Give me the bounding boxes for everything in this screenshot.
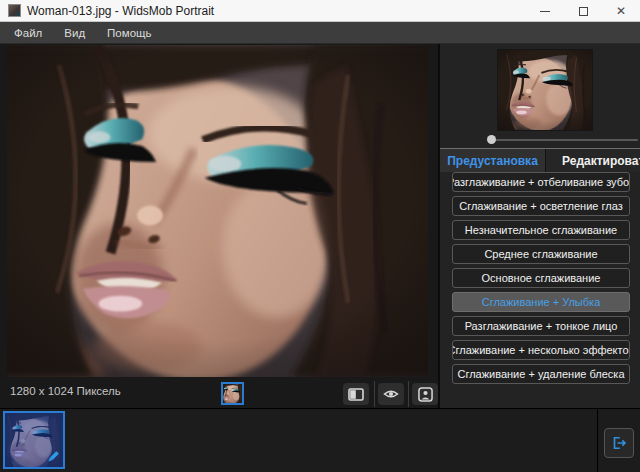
portrait-thumb-image bbox=[498, 50, 592, 130]
preset-smoothing-thin-face[interactable]: Разглаживание + тонкое лицо bbox=[452, 316, 630, 336]
active-photo-badge[interactable] bbox=[221, 382, 244, 405]
preset-list: Разглаживание + отбеливание зубов Сглажи… bbox=[452, 172, 630, 388]
maximize-icon bbox=[579, 7, 588, 16]
minimize-icon bbox=[540, 11, 550, 12]
portrait-mode-icon bbox=[418, 387, 433, 402]
split-view-button[interactable] bbox=[343, 383, 369, 405]
titlebar: Woman-013.jpg - WidsMob Portrait ✕ bbox=[0, 0, 640, 22]
zoom-slider[interactable] bbox=[440, 134, 640, 146]
toolbar-divider bbox=[408, 381, 409, 407]
menu-help[interactable]: Помощь bbox=[96, 22, 162, 44]
portrait-detect-button[interactable] bbox=[412, 383, 438, 405]
photo-area: 1280 x 1024 Пиксель bbox=[0, 44, 438, 408]
preset-basic-smoothing[interactable]: Основное сглаживание bbox=[452, 268, 630, 288]
app-icon bbox=[8, 4, 21, 17]
status-bar: 1280 x 1024 Пиксель bbox=[0, 377, 438, 408]
close-button[interactable]: ✕ bbox=[602, 0, 640, 22]
preset-smoothing-teeth-whitening[interactable]: Разглаживание + отбеливание зубов bbox=[452, 172, 630, 192]
filmstrip bbox=[0, 408, 640, 472]
preset-smoothing-eye-brightening[interactable]: Сглаживание + осветление глаз bbox=[452, 196, 630, 216]
tab-presets[interactable]: Предустановка bbox=[440, 149, 546, 172]
close-icon: ✕ bbox=[616, 5, 626, 17]
preset-smoothing-multiple-effects[interactable]: Сглаживание + несколько эффектов bbox=[452, 340, 630, 360]
navigator-thumbnail bbox=[498, 50, 592, 130]
preset-smoothing-deglare[interactable]: Сглаживание + удаление блеска bbox=[452, 364, 630, 384]
portrait-image bbox=[7, 45, 428, 377]
preset-smoothing-smile[interactable]: Сглаживание + Улыбка bbox=[452, 292, 630, 312]
minimize-button[interactable] bbox=[526, 0, 564, 22]
filmstrip-divider bbox=[597, 409, 598, 472]
maximize-button[interactable] bbox=[564, 0, 602, 22]
preset-slight-smoothing[interactable]: Незначительное сглаживание bbox=[452, 220, 630, 240]
panel-tabs: Предустановка Редактировать bbox=[440, 148, 640, 171]
filmstrip-thumbnail-selected[interactable] bbox=[3, 411, 65, 469]
menubar: Файл Вид Помощь bbox=[0, 22, 640, 44]
window-title: Woman-013.jpg - WidsMob Portrait bbox=[27, 4, 214, 18]
show-original-button[interactable] bbox=[378, 383, 404, 405]
edit-pencil-icon bbox=[45, 449, 61, 465]
zoom-slider-track[interactable] bbox=[488, 139, 638, 141]
menu-view[interactable]: Вид bbox=[53, 22, 96, 44]
photo-canvas[interactable] bbox=[7, 45, 428, 377]
preset-medium-smoothing[interactable]: Среднее сглаживание bbox=[452, 244, 630, 264]
portrait-mini-image bbox=[223, 384, 242, 403]
image-size-label: 1280 x 1024 Пиксель bbox=[10, 385, 121, 397]
export-icon bbox=[610, 434, 628, 452]
export-button[interactable] bbox=[604, 428, 634, 458]
zoom-slider-handle[interactable] bbox=[487, 135, 496, 144]
tab-edit[interactable]: Редактировать bbox=[546, 149, 640, 172]
toolbar-divider bbox=[374, 381, 375, 407]
side-panel: Предустановка Редактировать Разглаживани… bbox=[438, 44, 640, 408]
menu-file[interactable]: Файл bbox=[0, 22, 53, 44]
split-view-icon bbox=[348, 388, 364, 401]
app-window: Woman-013.jpg - WidsMob Portrait ✕ Файл … bbox=[0, 0, 640, 472]
eye-icon bbox=[383, 388, 399, 400]
